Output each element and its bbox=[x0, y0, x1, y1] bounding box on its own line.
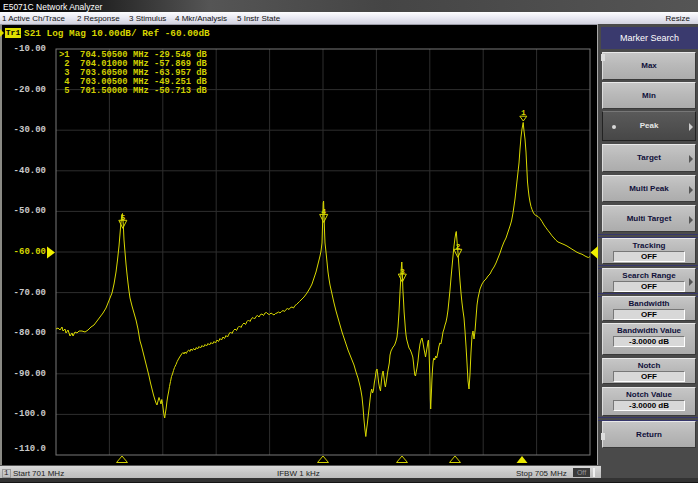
svg-text:5: 5 bbox=[120, 213, 125, 222]
svg-text:3: 3 bbox=[400, 267, 405, 276]
svg-text:1: 1 bbox=[521, 108, 526, 117]
svg-text:2: 2 bbox=[455, 242, 460, 251]
svg-text:4: 4 bbox=[321, 207, 326, 216]
